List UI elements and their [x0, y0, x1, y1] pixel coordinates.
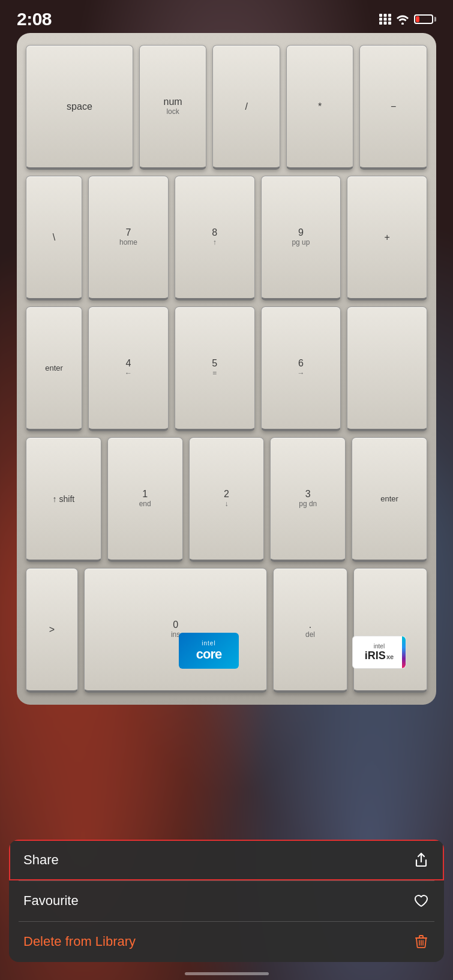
share-icon [413, 852, 430, 868]
key-7: 7 home [88, 176, 169, 300]
status-icons [379, 14, 436, 25]
key-numlock: num lock [139, 45, 207, 170]
svg-rect-9 [415, 937, 427, 939]
action-sheet: Share Favourite Delete from Library [0, 840, 453, 980]
action-sheet-menu: Share Favourite Delete from Library [9, 840, 444, 962]
status-time: 2:08 [17, 9, 52, 29]
svg-rect-4 [384, 18, 387, 21]
delete-action-item[interactable]: Delete from Library [9, 921, 444, 962]
wifi-icon [396, 14, 409, 25]
key-4: 4 ← [88, 306, 169, 431]
svg-rect-5 [388, 18, 391, 21]
keyboard-row-0: space num lock / * − [26, 45, 427, 170]
key-2: 2 ↓ [189, 437, 265, 562]
home-indicator [185, 972, 269, 975]
photo-card: space num lock / * − \ [17, 33, 436, 705]
delete-label: Delete from Library [23, 934, 136, 949]
share-label: Share [23, 852, 59, 868]
svg-rect-2 [388, 14, 391, 17]
key-minus: − [359, 45, 427, 170]
key-3: 3 pg dn [270, 437, 346, 562]
svg-rect-3 [379, 18, 382, 21]
key-8: 8 ↑ [175, 176, 255, 300]
svg-rect-8 [388, 22, 391, 25]
key-asterisk: * [286, 45, 354, 170]
share-action-item[interactable]: Share [9, 840, 444, 880]
key-dot: . del [273, 568, 347, 693]
svg-rect-0 [379, 14, 382, 17]
signal-icon [379, 14, 391, 25]
key-space: space [26, 45, 133, 170]
key-enter-side: enter [26, 306, 82, 431]
heart-icon [413, 892, 430, 909]
svg-rect-6 [379, 22, 382, 25]
key-plus: + [347, 176, 427, 300]
trash-icon [413, 933, 430, 950]
keyboard-row-4: > 0 ins . del [26, 568, 427, 693]
key-slash: / [212, 45, 280, 170]
key-6: 6 → [261, 306, 341, 431]
key-arrow: > [26, 568, 78, 693]
key-plus-lower [347, 306, 427, 431]
favourite-action-item[interactable]: Favourite [9, 880, 444, 921]
keyboard-grid: space num lock / * − \ [17, 33, 436, 705]
key-enter-right: enter [352, 437, 427, 562]
key-backslash: \ [26, 176, 82, 300]
key-1: 1 end [107, 437, 183, 562]
favourite-label: Favourite [23, 893, 79, 909]
key-0: 0 ins [84, 568, 267, 693]
intel-core-sticker: intel core [179, 633, 239, 669]
keyboard-row-1: \ 7 home 8 ↑ 9 pg up + [26, 176, 427, 300]
key-enter-bottom [353, 568, 427, 693]
svg-rect-1 [384, 14, 387, 17]
key-5: 5 = [175, 306, 255, 431]
svg-rect-7 [384, 22, 387, 25]
key-shift: ↑ shift [26, 437, 101, 562]
key-9: 9 pg up [261, 176, 341, 300]
keyboard-background: space num lock / * − \ [17, 33, 436, 705]
keyboard-row-2: enter 4 ← 5 = 6 → [26, 306, 427, 431]
battery-icon [414, 14, 436, 24]
keyboard-row-3: ↑ shift 1 end 2 ↓ 3 pg dn enter [26, 437, 427, 562]
intel-iris-sticker: intel iRIS xe [352, 636, 406, 669]
status-bar: 2:08 [0, 0, 453, 32]
